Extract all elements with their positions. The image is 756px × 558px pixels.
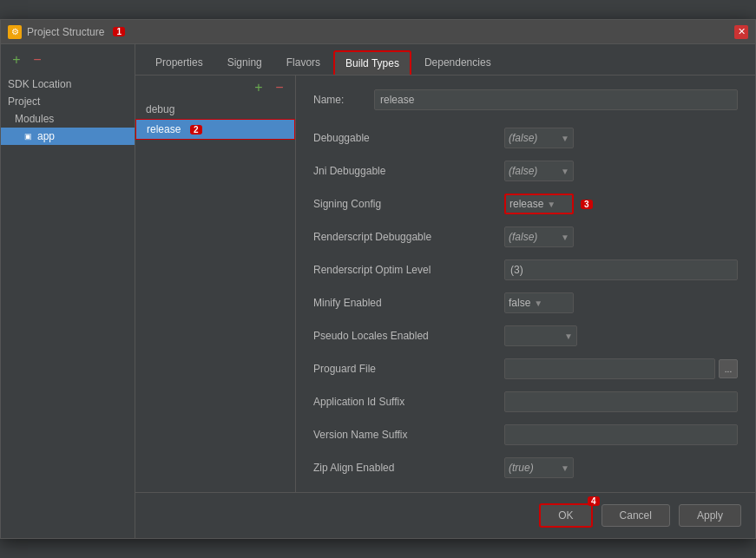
renderscript-optim-label: Renderscript Optim Level (313, 264, 504, 276)
debuggable-field: (false) ▼ (504, 128, 738, 148)
zip-align-field: (true) ▼ (504, 457, 738, 478)
build-list-toolbar: + − (135, 75, 295, 100)
renderscript-debuggable-arrow: ▼ (561, 233, 569, 242)
ok-button[interactable]: OK (539, 503, 592, 528)
version-name-suffix-input[interactable] (504, 424, 738, 445)
module-icon: ▣ (22, 130, 34, 142)
jni-debuggable-dropdown[interactable]: (false) ▼ (504, 161, 574, 181)
debuggable-value: (false) (509, 132, 557, 144)
footer: OK 4 Cancel Apply (135, 492, 755, 538)
pseudo-locales-dropdown[interactable]: ▼ (504, 325, 577, 346)
sidebar-remove-button[interactable]: − (29, 51, 46, 69)
tab-flavors[interactable]: Flavors (275, 50, 332, 75)
app-icon: ⚙ (8, 25, 22, 39)
cancel-button[interactable]: Cancel (602, 504, 670, 527)
window-title: Project Structure (27, 26, 104, 38)
proguard-browse-button[interactable]: ... (719, 359, 738, 378)
proguard-input[interactable] (504, 358, 715, 379)
renderscript-debuggable-label: Renderscript Debuggable (313, 231, 504, 243)
tab-properties[interactable]: Properties (144, 50, 214, 75)
sidebar: + − SDK Location Project Modules ▣ app (1, 44, 135, 538)
apply-button[interactable]: Apply (679, 504, 741, 527)
minify-value: false (509, 297, 530, 309)
minify-dropdown[interactable]: false ▼ (504, 292, 574, 313)
close-button[interactable]: ✕ (734, 25, 748, 39)
sidebar-toolbar: + − (1, 49, 135, 70)
renderscript-debuggable-dropdown[interactable]: (false) ▼ (504, 226, 574, 247)
tabs-bar: Properties Signing Flavors Build Types D… (135, 44, 755, 75)
build-list-add-button[interactable]: + (250, 79, 267, 96)
zip-align-dropdown[interactable]: (true) ▼ (504, 457, 574, 478)
build-types-content: + − debug release 2 Name: (135, 75, 755, 492)
zip-align-label: Zip Align Enabled (313, 462, 504, 474)
minify-field: false ▼ (504, 292, 738, 313)
sidebar-add-button[interactable]: + (8, 51, 25, 69)
build-list-area: + − debug release 2 (135, 75, 296, 492)
main-content: + − SDK Location Project Modules ▣ app (1, 44, 755, 538)
jni-debuggable-label: Jni Debuggable (313, 165, 504, 177)
build-list-remove-button[interactable]: − (271, 79, 288, 96)
badge-1: 1 (113, 27, 125, 36)
form-area: Name: Debuggable (false) ▼ (296, 75, 755, 492)
sidebar-item-project[interactable]: Project (1, 93, 135, 110)
signing-config-value: release (509, 198, 543, 210)
signing-config-field: release ▼ 3 (504, 194, 738, 214)
badge-2: 2 (190, 125, 202, 135)
renderscript-debuggable-field: (false) ▼ (504, 226, 738, 247)
pseudo-locales-arrow: ▼ (564, 332, 573, 341)
jni-debuggable-value: (false) (509, 165, 557, 177)
zip-align-value: (true) (509, 462, 557, 474)
minify-label: Minify Enabled (313, 297, 504, 309)
app-id-suffix-input[interactable] (504, 391, 738, 412)
sidebar-item-sdk-location[interactable]: SDK Location (1, 75, 135, 93)
debuggable-dropdown[interactable]: (false) ▼ (504, 128, 574, 148)
signing-config-arrow: ▼ (547, 200, 555, 209)
name-label: Name: (313, 94, 365, 106)
debuggable-arrow: ▼ (561, 134, 569, 143)
tab-signing[interactable]: Signing (216, 50, 273, 75)
pseudo-locales-field: ▼ (504, 325, 738, 346)
titlebar: ⚙ Project Structure 1 ✕ (1, 20, 755, 44)
jni-debuggable-arrow: ▼ (561, 167, 569, 176)
app-id-suffix-label: Application Id Suffix (313, 396, 504, 408)
fields-grid: Debuggable (false) ▼ Jni Debuggable (fal… (313, 128, 738, 478)
signing-config-label: Signing Config (313, 198, 504, 210)
build-type-release[interactable]: release 2 (135, 119, 295, 140)
app-id-suffix-field (504, 391, 738, 412)
jni-debuggable-field: (false) ▼ (504, 161, 738, 181)
titlebar-left: ⚙ Project Structure 1 (8, 25, 125, 39)
renderscript-debuggable-value: (false) (509, 231, 557, 243)
build-type-debug[interactable]: debug (135, 100, 295, 119)
zip-align-arrow: ▼ (561, 463, 569, 473)
sidebar-item-app[interactable]: ▣ app (1, 128, 135, 145)
name-row: Name: (313, 89, 738, 110)
sidebar-tree: SDK Location Project Modules ▣ app (1, 74, 135, 147)
ok-button-wrapper: OK 4 (539, 503, 592, 528)
proguard-field: ... (504, 358, 738, 379)
debuggable-label: Debuggable (313, 132, 504, 144)
renderscript-optim-input[interactable] (504, 259, 738, 280)
main-window: ⚙ Project Structure 1 ✕ + − SDK Location… (0, 19, 756, 539)
right-panel: Properties Signing Flavors Build Types D… (135, 44, 755, 538)
tab-dependencies[interactable]: Dependencies (413, 50, 503, 75)
renderscript-optim-field (504, 259, 738, 280)
badge-4: 4 (588, 496, 600, 506)
badge-3: 3 (581, 200, 593, 209)
tab-build-types[interactable]: Build Types (333, 50, 411, 75)
minify-arrow: ▼ (534, 299, 542, 308)
version-name-suffix-field (504, 424, 738, 445)
version-name-suffix-label: Version Name Suffix (313, 429, 504, 441)
sidebar-item-modules[interactable]: Modules (1, 110, 135, 128)
proguard-label: Proguard File (313, 363, 504, 375)
pseudo-locales-label: Pseudo Locales Enabled (313, 330, 504, 342)
signing-config-dropdown[interactable]: release ▼ (504, 194, 574, 214)
name-input[interactable] (374, 89, 738, 110)
